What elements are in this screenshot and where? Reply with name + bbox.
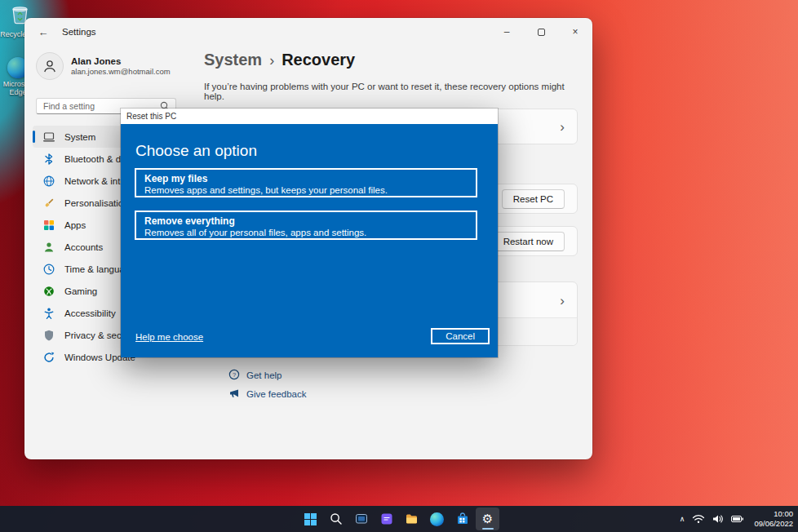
update-refresh-icon: [42, 351, 55, 364]
globe-icon: [42, 175, 55, 188]
give-feedback-label: Give feedback: [246, 389, 307, 399]
taskbar-search-button[interactable]: [324, 508, 348, 530]
dialog-title: Reset this PC: [126, 112, 176, 121]
profile-name: Alan Jones: [71, 56, 171, 66]
store-icon: [456, 512, 469, 525]
sidebar-item-label: System: [64, 132, 95, 142]
chevron-right-icon: ›: [560, 120, 565, 134]
xbox-icon: [42, 285, 55, 298]
paintbrush-icon: [42, 197, 55, 210]
reset-pc-button[interactable]: Reset PC: [502, 189, 565, 209]
apps-grid-icon: [42, 219, 55, 232]
tray-time: 10:00: [754, 509, 793, 519]
hidden-icons-button[interactable]: ∧: [680, 515, 685, 523]
tray-date: 09/06/2022: [754, 519, 793, 529]
chat-button[interactable]: [375, 508, 398, 530]
minimize-icon: –: [504, 26, 510, 38]
selected-accent-bar: [33, 131, 35, 143]
dialog-titlebar: Reset this PC: [121, 109, 498, 124]
profile-email: alan.jones.wm@hotmail.com: [71, 67, 171, 76]
bluetooth-icon: [42, 153, 55, 166]
accounts-person-icon: [42, 241, 55, 254]
option-description: Removes apps and settings, but keeps you…: [144, 185, 468, 197]
window-titlebar: ← Settings – ×: [24, 18, 592, 46]
speaker-icon: [712, 514, 724, 524]
maximize-button[interactable]: [524, 18, 558, 46]
breadcrumb-chevron-icon: ›: [269, 52, 274, 69]
dialog-heading: Choose an option: [135, 142, 257, 160]
option-remove-everything[interactable]: Remove everything Removes all of your pe…: [135, 211, 477, 240]
gear-icon: ⚙: [482, 513, 493, 525]
option-title: Remove everything: [144, 215, 468, 227]
get-help-label: Get help: [246, 370, 282, 380]
shield-icon: [42, 329, 55, 342]
sidebar-item-label: Apps: [64, 220, 86, 230]
taskbar: ⚙ ∧ 10:00 09/06/2022: [0, 506, 798, 532]
breadcrumb: System › Recovery: [204, 51, 355, 69]
battery-icon: [731, 514, 744, 524]
system-icon: [42, 131, 55, 144]
option-description: Removes all of your personal files, apps…: [144, 228, 468, 239]
dialog-body: Choose an option Keep my files Removes a…: [121, 124, 498, 357]
wifi-button[interactable]: [692, 514, 705, 524]
edge-button[interactable]: [425, 508, 449, 530]
option-title: Keep my files: [144, 173, 468, 184]
file-explorer-button[interactable]: [400, 508, 423, 530]
battery-button[interactable]: [731, 514, 744, 524]
maximize-icon: [538, 29, 545, 36]
person-icon: [42, 58, 58, 74]
clock-icon: [42, 263, 55, 276]
volume-button[interactable]: [712, 514, 724, 524]
edge-icon: [430, 512, 444, 526]
option-keep-my-files[interactable]: Keep my files Removes apps and settings,…: [135, 168, 477, 197]
chevron-up-icon: ›: [560, 293, 565, 307]
help-question-icon: ?: [228, 369, 240, 382]
wifi-icon: [692, 514, 705, 524]
cancel-button[interactable]: Cancel: [431, 328, 490, 344]
start-button[interactable]: [299, 508, 322, 530]
avatar: [36, 52, 64, 80]
sidebar-item-label: Accessibility: [64, 308, 116, 318]
sidebar-item-label: Personalisation: [64, 198, 129, 208]
restart-now-button[interactable]: Restart now: [492, 232, 565, 251]
get-help-link[interactable]: ? Get help: [228, 369, 282, 382]
search-icon: [330, 512, 343, 525]
close-icon: ×: [572, 26, 578, 38]
chevron-up-icon: ∧: [680, 515, 685, 523]
store-button[interactable]: [450, 508, 474, 530]
task-view-button[interactable]: [349, 508, 373, 530]
minimize-button[interactable]: –: [490, 18, 524, 46]
close-button[interactable]: ×: [558, 18, 592, 46]
svg-text:?: ?: [233, 371, 236, 379]
windows-logo-icon: [304, 512, 317, 526]
account-profile[interactable]: Alan Jones alan.jones.wm@hotmail.com: [36, 52, 171, 80]
give-feedback-link[interactable]: Give feedback: [228, 388, 307, 401]
page-title: Recovery: [282, 51, 355, 69]
reset-this-pc-dialog: Reset this PC Choose an option Keep my f…: [121, 109, 498, 357]
accessibility-person-icon: [42, 307, 55, 320]
sidebar-item-label: Gaming: [64, 286, 97, 296]
sidebar-item-label: Accounts: [64, 242, 103, 252]
page-description: If you’re having problems with your PC o…: [204, 82, 571, 101]
feedback-megaphone-icon: [228, 388, 240, 401]
clock[interactable]: 10:00 09/06/2022: [754, 509, 793, 530]
desktop-wallpaper: Recycle Bin Microsoft Edge ← Settings – …: [0, 0, 798, 532]
task-view-icon: [355, 512, 368, 525]
back-button[interactable]: ←: [29, 20, 57, 43]
help-me-choose-link[interactable]: Help me choose: [135, 332, 203, 342]
breadcrumb-system[interactable]: System: [204, 51, 262, 69]
settings-taskbar-button[interactable]: ⚙: [476, 508, 499, 530]
chat-icon: [380, 512, 393, 525]
folder-icon: [405, 512, 419, 525]
window-title: Settings: [62, 27, 96, 37]
back-arrow-icon: ←: [38, 26, 49, 38]
